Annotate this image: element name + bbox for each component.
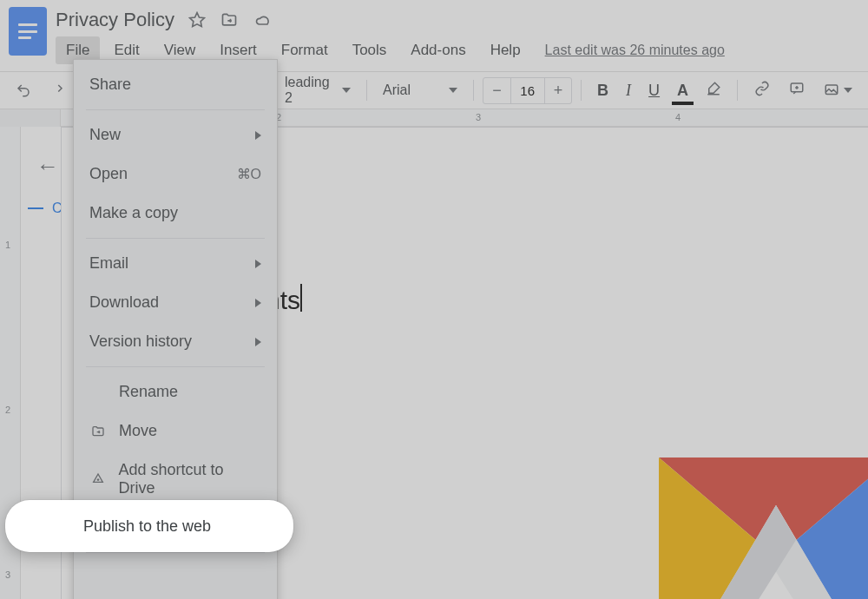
last-edit-link[interactable]: Last edit was 26 minutes ago — [545, 43, 725, 58]
file-menu-publish[interactable]: Publish to the web — [5, 507, 227, 546]
svg-marker-0 — [190, 13, 205, 27]
menu-item-label: Open — [89, 165, 128, 183]
chevron-right-icon — [255, 131, 261, 140]
file-menu-email[interactable]: Email — [74, 244, 277, 283]
drive-shortcut-icon — [89, 472, 107, 486]
highlighted-menu-item: Publish to the web — [5, 500, 293, 552]
menu-item-label: Add shortcut to Drive — [119, 461, 261, 497]
font-family-select[interactable]: Arial — [376, 82, 464, 98]
ruler-tick: 2 — [5, 405, 10, 415]
file-menu-version-history[interactable]: Version history — [74, 322, 277, 361]
menu-divider — [86, 238, 265, 239]
ruler-tick: 3 — [5, 569, 10, 580]
title-row: Privacy Policy — [56, 7, 859, 31]
undo-button[interactable] — [9, 77, 38, 103]
menu-divider — [86, 552, 265, 553]
menu-item-label: Move — [119, 422, 157, 440]
file-menu-move[interactable]: Move — [74, 411, 277, 451]
menu-item-label: Share — [89, 76, 131, 94]
font-size-decrease[interactable]: − — [483, 78, 510, 103]
ruler-tick: 3 — [476, 112, 481, 122]
folder-move-icon — [89, 425, 107, 438]
header: Privacy Policy File Edit View Insert For… — [0, 0, 868, 64]
menu-tools[interactable]: Tools — [342, 36, 398, 64]
ruler-corner — [0, 109, 61, 127]
redo-button[interactable] — [42, 77, 71, 103]
separator — [737, 80, 738, 101]
add-comment-button[interactable] — [781, 77, 812, 104]
document-title[interactable]: Privacy Policy — [56, 9, 174, 31]
text-cursor — [300, 284, 302, 312]
menu-divider — [86, 366, 265, 367]
text-color-button[interactable]: A — [670, 78, 695, 103]
underline-button[interactable]: U — [641, 78, 667, 103]
ruler-tick: 1 — [5, 240, 10, 250]
chevron-down-icon — [342, 88, 351, 93]
insert-link-button[interactable] — [746, 77, 778, 104]
docs-logo-icon — [18, 23, 37, 39]
menu-addons[interactable]: Add-ons — [400, 36, 476, 64]
italic-button[interactable]: I — [619, 78, 638, 103]
star-icon[interactable] — [188, 11, 206, 29]
outline-back-button[interactable]: ← — [36, 153, 59, 180]
font-size-input[interactable] — [510, 78, 545, 103]
separator — [581, 80, 582, 101]
chevron-right-icon — [255, 338, 261, 346]
chevron-right-icon — [255, 299, 261, 307]
move-to-folder-icon[interactable] — [220, 11, 239, 29]
chevron-down-icon — [449, 88, 457, 93]
menu-item-label: Rename — [119, 383, 178, 401]
menu-divider — [86, 109, 265, 110]
drive-logo-image[interactable] — [659, 457, 868, 599]
font-size-increase[interactable]: + — [545, 78, 572, 103]
separator — [366, 80, 367, 101]
menu-item-label: Make a copy — [89, 204, 178, 222]
menu-item-label: New — [89, 126, 121, 144]
menu-item-label: Publish to the web — [83, 517, 211, 536]
insert-image-button[interactable] — [816, 79, 859, 102]
paragraph-style-select[interactable]: leading 2 — [278, 75, 358, 106]
chevron-right-icon — [255, 260, 261, 268]
title-area: Privacy Policy File Edit View Insert For… — [56, 7, 859, 64]
separator — [473, 80, 474, 101]
menu-item-label: Download — [89, 293, 159, 312]
outline-marker — [28, 207, 43, 209]
menu-help[interactable]: Help — [480, 36, 531, 64]
ruler-tick: 4 — [675, 112, 681, 122]
paragraph-style-label: leading 2 — [285, 75, 335, 106]
docs-logo[interactable] — [9, 7, 47, 56]
file-menu-open[interactable]: Open ⌘O — [74, 155, 277, 194]
bold-button[interactable]: B — [590, 78, 615, 103]
menu-shortcut: ⌘O — [237, 166, 261, 182]
font-family-label: Arial — [383, 82, 411, 98]
file-menu-download[interactable]: Download — [74, 283, 277, 322]
file-menu-rename[interactable]: Rename — [74, 372, 277, 411]
highlight-color-button[interactable] — [699, 77, 728, 104]
cloud-status-icon[interactable] — [253, 11, 273, 29]
file-menu-new[interactable]: New — [74, 115, 277, 155]
menu-item-label: Version history — [89, 332, 192, 351]
font-size-stepper: − + — [483, 77, 572, 104]
menu-format[interactable]: Format — [271, 36, 339, 64]
chevron-down-icon — [844, 88, 852, 93]
file-menu-share[interactable]: Share — [74, 65, 277, 104]
file-menu-make-copy[interactable]: Make a copy — [74, 194, 277, 233]
menu-item-label: Email — [89, 254, 128, 273]
